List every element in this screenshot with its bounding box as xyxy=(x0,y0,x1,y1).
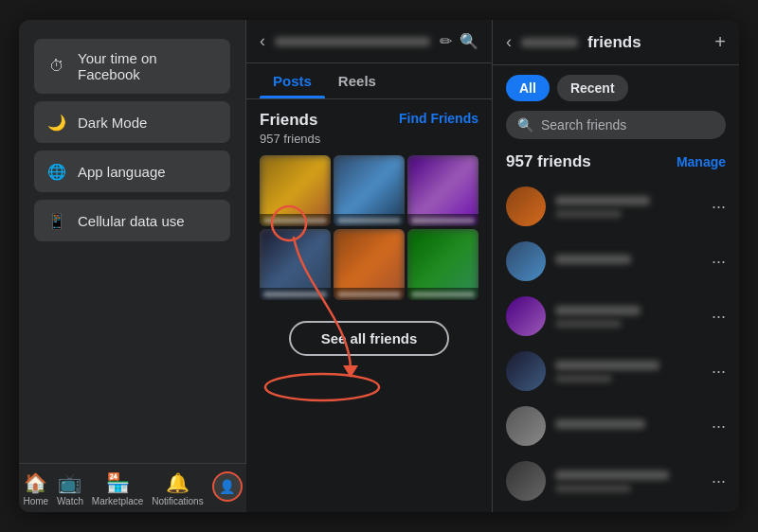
phone-icon: 📱 xyxy=(47,211,66,230)
friend-cell-1[interactable] xyxy=(260,155,331,226)
screenshot-container: ⏱ Your time on Facebook 🌙 Dark Mode 🌐 Ap… xyxy=(19,20,739,512)
friend-avatar-1 xyxy=(506,186,546,226)
menu-label-your-time: Your time on Facebook xyxy=(78,50,217,82)
friend-cell-2[interactable] xyxy=(334,155,405,226)
nav-notifications-label: Notifications xyxy=(152,496,203,506)
search-icon[interactable]: 🔍 xyxy=(460,32,478,50)
friend-options-4[interactable]: ··· xyxy=(712,362,726,381)
friend-options-6[interactable]: ··· xyxy=(712,471,726,491)
search-placeholder: Search friends xyxy=(541,117,626,133)
search-icon-right: 🔍 xyxy=(517,117,533,133)
friend-name-blurred-6 xyxy=(555,470,669,480)
friend-list-item-2[interactable]: ··· xyxy=(493,234,739,289)
friends-title: Friends xyxy=(260,111,317,130)
menu-label-dark-mode: Dark Mode xyxy=(78,115,147,131)
friend-name-blurred-4 xyxy=(555,361,659,370)
tabs-row: Posts Reels xyxy=(246,63,492,99)
see-all-friends-button[interactable]: See all friends xyxy=(289,321,450,356)
friends-header: Friends Find Friends xyxy=(260,111,478,130)
right-back-button[interactable]: ‹ xyxy=(506,32,512,52)
add-friend-button[interactable]: + xyxy=(714,31,726,53)
nav-home[interactable]: 🏠 Home xyxy=(23,471,48,506)
filter-tab-recent[interactable]: Recent xyxy=(557,75,628,101)
friend-name-blurred-5 xyxy=(555,419,645,429)
menu-item-app-language[interactable]: 🌐 App language xyxy=(34,151,230,192)
home-icon: 🏠 xyxy=(24,471,47,494)
marketplace-icon: 🏪 xyxy=(106,471,130,494)
friend-sub-blurred-6 xyxy=(555,485,631,492)
right-panel-title: friends xyxy=(587,33,641,52)
friend-options-5[interactable]: ··· xyxy=(712,417,726,436)
tab-reels[interactable]: Reels xyxy=(325,63,389,98)
watch-icon: 📺 xyxy=(58,471,81,494)
friend-info-6 xyxy=(555,470,702,492)
nav-profile[interactable]: 👤 xyxy=(212,471,243,506)
nav-notifications[interactable]: 🔔 Notifications xyxy=(152,471,203,506)
bottom-navigation: 🏠 Home 📺 Watch 🏪 Marketplace 🔔 Notificat… xyxy=(19,463,246,512)
friend-avatar-3 xyxy=(506,296,546,336)
right-header: ‹ friends + xyxy=(493,20,739,65)
profile-name-blurred xyxy=(275,37,430,46)
nav-marketplace[interactable]: 🏪 Marketplace xyxy=(92,471,143,506)
friend-info-2 xyxy=(555,255,702,269)
friends-section: Friends Find Friends 957 friends xyxy=(246,99,492,311)
edit-icon[interactable]: ✏ xyxy=(440,32,452,50)
friend-info-1 xyxy=(555,196,702,218)
friend-sub-blurred-3 xyxy=(555,320,622,328)
nav-home-label: Home xyxy=(23,496,48,506)
right-friends-panel: ‹ friends + All Recent 🔍 Search friends … xyxy=(493,20,739,512)
see-all-button-wrap: See all friends xyxy=(246,311,492,369)
back-button[interactable]: ‹ xyxy=(260,31,265,51)
friend-avatar-5 xyxy=(506,406,546,446)
tab-posts[interactable]: Posts xyxy=(260,63,325,98)
friend-options-3[interactable]: ··· xyxy=(712,307,726,327)
friend-list-item-3[interactable]: ··· xyxy=(493,289,739,344)
friend-cell-3[interactable] xyxy=(407,155,478,226)
friend-options-2[interactable]: ··· xyxy=(712,252,726,272)
menu-item-cellular[interactable]: 📱 Cellular data use xyxy=(34,200,230,241)
manage-link[interactable]: Manage xyxy=(677,154,726,169)
menu-label-cellular: Cellular data use xyxy=(78,213,185,229)
total-friends-label: 957 friends xyxy=(506,152,591,171)
profile-avatar-circle: 👤 xyxy=(212,471,243,502)
friend-info-5 xyxy=(555,419,702,434)
friend-cell-6[interactable] xyxy=(407,229,478,300)
friend-avatar-2 xyxy=(506,241,546,281)
time-icon: ⏱ xyxy=(47,57,66,76)
friends-grid xyxy=(260,155,478,300)
friend-info-4 xyxy=(555,361,702,382)
friend-name-blurred-2 xyxy=(555,255,631,264)
left-settings-panel: ⏱ Your time on Facebook 🌙 Dark Mode 🌐 Ap… xyxy=(19,20,246,512)
friends-count: 957 friends xyxy=(260,132,478,146)
friend-avatar-6 xyxy=(506,461,546,501)
filter-tab-all[interactable]: All xyxy=(506,75,550,101)
right-profile-name-blurred xyxy=(521,38,578,47)
bell-icon: 🔔 xyxy=(166,471,190,494)
friend-name-blurred-1 xyxy=(555,196,650,205)
friend-cell-4[interactable] xyxy=(260,229,331,300)
friend-sub-blurred-4 xyxy=(555,375,612,382)
globe-icon: 🌐 xyxy=(47,162,66,181)
nav-marketplace-label: Marketplace xyxy=(92,496,143,506)
menu-label-app-language: App language xyxy=(78,164,166,180)
friend-options-1[interactable]: ··· xyxy=(712,197,726,217)
find-friends-link[interactable]: Find Friends xyxy=(399,111,478,126)
friend-list-item-5[interactable]: ··· xyxy=(493,399,739,453)
menu-item-dark-mode[interactable]: 🌙 Dark Mode xyxy=(34,101,230,143)
friend-name-blurred-3 xyxy=(555,306,641,315)
middle-profile-panel: ‹ ✏ 🔍 Posts Reels Friends Find Friends 9… xyxy=(246,20,493,512)
friend-list-item-1[interactable]: ··· xyxy=(493,179,739,234)
friends-count-row: 957 friends Manage xyxy=(493,149,739,179)
moon-icon: 🌙 xyxy=(47,113,66,132)
search-bar[interactable]: 🔍 Search friends xyxy=(506,111,726,139)
friend-sub-blurred-1 xyxy=(555,210,622,218)
friend-info-3 xyxy=(555,306,702,328)
friend-list-item-4[interactable]: ··· xyxy=(493,344,739,399)
friend-list: ··· ··· ··· xyxy=(493,179,739,512)
nav-watch[interactable]: 📺 Watch xyxy=(57,471,83,506)
friend-cell-5[interactable] xyxy=(334,229,405,300)
header-action-icons: ✏ 🔍 xyxy=(440,32,478,50)
friend-list-item-6[interactable]: ··· xyxy=(493,453,739,508)
middle-header: ‹ ✏ 🔍 xyxy=(246,20,492,63)
menu-item-your-time[interactable]: ⏱ Your time on Facebook xyxy=(34,39,230,94)
